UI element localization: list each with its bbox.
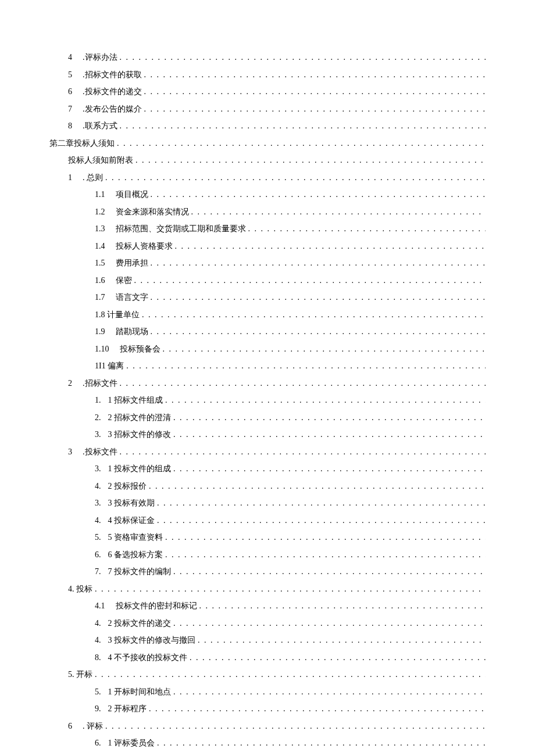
toc-entry-label: 7 投标文件的编制 [108, 567, 172, 577]
toc-entry: 8.联系方式. . . . . . . . . . . . . . . . . … [49, 121, 486, 131]
toc-entry-label: 4. 投标 [68, 584, 92, 594]
toc-entry-label: 3 投标文件的修改与撤回 [108, 635, 196, 646]
toc-entry-label: .发布公告的媒介 [83, 104, 142, 114]
toc-entry-label: 1 开标时间和地点 [108, 687, 172, 697]
toc-entry-number: 1.5 [95, 259, 105, 268]
toc-leader-dots: . . . . . . . . . . . . . . . . . . . . … [142, 87, 486, 96]
toc-entry: 1.1 招标文件组成. . . . . . . . . . . . . . . … [49, 395, 486, 406]
table-of-contents: 4.评标办法. . . . . . . . . . . . . . . . . … [49, 52, 486, 756]
toc-entry-label: .评标办法 [83, 52, 117, 63]
toc-entry-number: 7. [95, 567, 101, 576]
toc-leader-dots: . . . . . . . . . . . . . . . . . . . . … [187, 653, 486, 662]
toc-entry-label: 费用承担 [116, 258, 148, 268]
toc-entry-number: 1 [68, 173, 72, 182]
toc-entry-label: 资金来源和落实情况 [116, 207, 189, 217]
toc-entry-number: 8 [68, 121, 72, 131]
toc-leader-dots: . . . . . . . . . . . . . . . . . . . . … [124, 361, 486, 371]
toc-entry: 4. 投标. . . . . . . . . . . . . . . . . .… [49, 584, 486, 594]
toc-entry: 4.1投标文件的密封和标记. . . . . . . . . . . . . .… [49, 601, 486, 611]
toc-entry-label: 1I1 偏离 [95, 361, 124, 371]
toc-entry: 6.投标文件的递交. . . . . . . . . . . . . . . .… [49, 87, 486, 97]
toc-entry: 6.1 评标委员会. . . . . . . . . . . . . . . .… [49, 738, 486, 748]
toc-leader-dots: . . . . . . . . . . . . . . . . . . . . … [171, 567, 486, 576]
toc-leader-dots: . . . . . . . . . . . . . . . . . . . . … [133, 156, 486, 165]
toc-entry-number: 6 [68, 722, 72, 731]
toc-entry-number: 4. [95, 482, 101, 491]
toc-entry: 5.1 开标时间和地点. . . . . . . . . . . . . . .… [49, 687, 486, 697]
toc-leader-dots: . . . . . . . . . . . . . . . . . . . . … [155, 499, 486, 508]
toc-entry: 8.4 不予接收的投标文件. . . . . . . . . . . . . .… [49, 653, 486, 663]
toc-leader-dots: . . . . . . . . . . . . . . . . . . . . … [147, 482, 486, 491]
toc-entry-label: 1 招标文件组成 [108, 395, 163, 406]
toc-entry-label: 3 投标有效期 [108, 498, 155, 508]
toc-entry-label: .招标文件 [83, 378, 117, 389]
toc-entry-number: 1.6 [95, 276, 105, 285]
toc-entry: 7.7 投标文件的编制. . . . . . . . . . . . . . .… [49, 567, 486, 577]
toc-entry: 4.2 投标报价. . . . . . . . . . . . . . . . … [49, 481, 486, 492]
toc-entry-number: 1.2 [95, 207, 105, 217]
toc-entry-label: 4 投标保证金 [108, 515, 155, 526]
toc-entry-label: .投标文件的递交 [83, 87, 142, 97]
toc-entry: 1.6保密. . . . . . . . . . . . . . . . . .… [49, 275, 486, 286]
toc-leader-dots: . . . . . . . . . . . . . . . . . . . . … [197, 601, 486, 611]
toc-leader-dots: . . . . . . . . . . . . . . . . . . . . … [117, 447, 486, 457]
toc-entry-label: 保密 [116, 275, 132, 286]
toc-leader-dots: . . . . . . . . . . . . . . . . . . . . … [132, 276, 486, 285]
toc-leader-dots: . . . . . . . . . . . . . . . . . . . . … [171, 430, 486, 439]
toc-entry: 1.9踏勘现场. . . . . . . . . . . . . . . . .… [49, 327, 486, 337]
toc-entry-label: 4 不予接收的投标文件 [108, 653, 188, 663]
toc-leader-dots: . . . . . . . . . . . . . . . . . . . . … [173, 242, 486, 251]
toc-entry-label: 踏勘现场 [116, 327, 148, 337]
toc-entry-label: .投标文件 [83, 447, 117, 457]
toc-leader-dots: . . . . . . . . . . . . . . . . . . . . … [117, 379, 486, 388]
toc-entry: 1.3招标范围、交货期或工期和质量要求. . . . . . . . . . .… [49, 224, 486, 234]
toc-entry: 4.2 投标文件的递交. . . . . . . . . . . . . . .… [49, 618, 486, 629]
toc-leader-dots: . . . . . . . . . . . . . . . . . . . . … [92, 670, 486, 679]
toc-entry-label: . 总则 [83, 173, 103, 183]
toc-leader-dots: . . . . . . . . . . . . . . . . . . . . … [115, 139, 486, 148]
toc-entry-label: 1 投标文件的组成 [108, 464, 172, 474]
toc-entry-number: 1.1 [95, 190, 105, 199]
toc-entry-number: 9. [95, 704, 101, 714]
toc-entry-number: 8. [95, 653, 101, 662]
toc-leader-dots: . . . . . . . . . . . . . . . . . . . . … [195, 636, 486, 645]
toc-leader-dots: . . . . . . . . . . . . . . . . . . . . … [246, 224, 486, 234]
toc-leader-dots: . . . . . . . . . . . . . . . . . . . . … [189, 207, 486, 217]
toc-entry-label: 2 开标程序 [108, 704, 147, 714]
toc-entry-number: 4 [68, 53, 72, 62]
toc-entry: 2.招标文件. . . . . . . . . . . . . . . . . … [49, 378, 486, 389]
toc-entry: 7.发布公告的媒介. . . . . . . . . . . . . . . .… [49, 104, 486, 114]
toc-entry: 1.5费用承担. . . . . . . . . . . . . . . . .… [49, 258, 486, 268]
toc-entry: 3.1 投标文件的组成. . . . . . . . . . . . . . .… [49, 464, 486, 474]
toc-entry-number: 1.3 [95, 224, 105, 234]
toc-leader-dots: . . . . . . . . . . . . . . . . . . . . … [155, 516, 486, 525]
toc-entry-number: 3. [95, 499, 101, 508]
toc-entry-label: 投标人资格要求 [116, 241, 173, 252]
toc-entry: 6.6 备选投标方案. . . . . . . . . . . . . . . … [49, 550, 486, 560]
toc-entry-label: . 评标 [83, 721, 103, 732]
toc-leader-dots: . . . . . . . . . . . . . . . . . . . . … [171, 464, 486, 474]
toc-entry-number: 1.10 [95, 345, 109, 354]
toc-entry-label: 语言文字 [116, 292, 148, 303]
toc-entry: 2.2 招标文件的澄清. . . . . . . . . . . . . . .… [49, 413, 486, 423]
toc-entry-number: 4. [95, 619, 101, 628]
toc-entry-label: 项目概况 [116, 189, 148, 200]
toc-leader-dots: . . . . . . . . . . . . . . . . . . . . … [117, 121, 486, 131]
toc-leader-dots: . . . . . . . . . . . . . . . . . . . . … [103, 173, 486, 182]
toc-entry-number: 3 [68, 447, 72, 457]
toc-entry: 投标人须知前附表. . . . . . . . . . . . . . . . … [49, 155, 486, 166]
toc-entry: 1.10投标预备会. . . . . . . . . . . . . . . .… [49, 344, 486, 354]
toc-entry: 4.3 投标文件的修改与撤回. . . . . . . . . . . . . … [49, 635, 486, 646]
toc-leader-dots: . . . . . . . . . . . . . . . . . . . . … [148, 259, 486, 268]
toc-entry: 1. 总则. . . . . . . . . . . . . . . . . .… [49, 173, 486, 183]
toc-entry: 6. 评标. . . . . . . . . . . . . . . . . .… [49, 721, 486, 732]
toc-entry: 1.1项目概况. . . . . . . . . . . . . . . . .… [49, 189, 486, 200]
toc-entry-label: 投标预备会 [120, 344, 160, 354]
toc-leader-dots: . . . . . . . . . . . . . . . . . . . . … [103, 722, 486, 731]
toc-entry-label: 5. 开标 [68, 669, 92, 680]
toc-entry: 1.4投标人资格要求. . . . . . . . . . . . . . . … [49, 241, 486, 252]
toc-entry: 5.5 资格审查资料. . . . . . . . . . . . . . . … [49, 532, 486, 543]
toc-entry-label: .联系方式 [83, 121, 117, 131]
toc-entry: 9.2 开标程序. . . . . . . . . . . . . . . . … [49, 704, 486, 714]
toc-entry-label: 2 投标报价 [108, 481, 147, 492]
